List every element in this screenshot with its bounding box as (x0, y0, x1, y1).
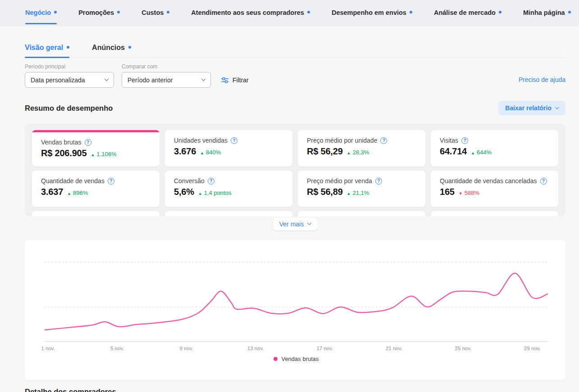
legend-dot-icon (274, 357, 278, 361)
nav-item-label: Atendimento aos seus compradores (191, 9, 304, 16)
tab[interactable]: Anúncios (92, 44, 131, 57)
metric-delta-value: 21,1% (353, 189, 369, 196)
metric-value: R$ 56,89 (307, 187, 343, 197)
metric-delta: ▼ 588% (459, 189, 479, 196)
metric-value: R$ 206.905 (41, 148, 87, 158)
ver-mais-label: Ver mais (279, 221, 304, 228)
metric-card-partial[interactable] (32, 211, 160, 216)
summary-header: Resumo de desempenho Baixar relatório (25, 101, 565, 115)
metric-card[interactable]: Preço médio por unidade ? R$ 56,29 ▲ 28,… (298, 130, 425, 167)
chevron-down-icon (555, 105, 560, 109)
help-circle-icon[interactable]: ? (108, 178, 114, 185)
period-field-label: Período principal (25, 63, 114, 70)
notification-dot (499, 11, 501, 14)
download-report-button[interactable]: Baixar relatório (498, 101, 565, 115)
nav-item[interactable]: Promoções (78, 0, 120, 25)
metric-label: Preço médio por unidade (307, 137, 377, 144)
chevron-down-icon (307, 221, 312, 225)
help-circle-icon[interactable]: ? (380, 137, 387, 144)
metric-label-row: Quantidade de vendas ? (41, 177, 150, 185)
notification-dot (568, 11, 571, 14)
notification-dot (128, 46, 131, 49)
metric-card[interactable]: Unidades vendidas ? 3.676 ▲ 840% (165, 130, 292, 167)
x-axis-tick-label: 1 nov. (41, 346, 55, 351)
metric-card[interactable]: Quantidade de vendas ? 3.637 ▲ 896% (32, 171, 160, 207)
nav-item[interactable]: Desempenho em envios (332, 0, 412, 25)
help-circle-icon[interactable]: ? (208, 178, 214, 185)
metric-delta: ▲ 1.106% (91, 151, 116, 158)
metric-value: 64.714 (440, 146, 467, 157)
x-axis-tick-label: 9 nov. (180, 346, 193, 351)
metric-label: Quantidade de vendas (41, 177, 105, 185)
trend-up-icon: ▲ (471, 151, 475, 155)
nav-item[interactable]: Custos (141, 0, 169, 25)
seller-dashboard: { "colors": { "blue": "#3483fa", "accent… (0, 0, 579, 392)
tab[interactable]: Visão geral (25, 44, 69, 57)
chart-plot-area[interactable] (45, 254, 548, 342)
filter-button[interactable]: Filtrar (221, 72, 249, 88)
metric-label: Vendas brutas (41, 139, 82, 146)
metric-value: R$ 56,29 (307, 146, 343, 157)
trend-up-icon: ▲ (347, 191, 351, 196)
notification-dot (167, 11, 169, 14)
nav-item[interactable]: Atendimento aos seus compradores (191, 0, 310, 25)
metric-delta: ▲ 28,3% (347, 149, 369, 156)
x-axis-tick-label: 5 nov. (110, 346, 124, 351)
metric-card[interactable]: Vendas brutas ? R$ 206.905 ▲ 1.106% (32, 130, 160, 167)
nav-item-label: Análise de mercado (434, 9, 496, 16)
metric-card[interactable]: Conversão ? 5,6% ▲ 1,4 pontos (165, 171, 292, 207)
tabs-row: Visão geral Anúncios (25, 44, 565, 58)
help-circle-icon[interactable]: ? (461, 137, 468, 144)
metric-label-row: Unidades vendidas ? (174, 137, 283, 144)
metric-value-row: 5,6% ▲ 1,4 pontos (174, 187, 283, 197)
filter-sliders-icon (221, 76, 229, 84)
metric-label: Unidades vendidas (174, 137, 228, 144)
buyers-detail-title: Detalhe dos compradores (25, 387, 565, 392)
metric-value: 5,6% (174, 187, 194, 197)
nav-item[interactable]: Minha página (523, 0, 571, 25)
x-axis-tick-label: 25 nov. (455, 346, 471, 351)
ver-mais-button[interactable]: Ver mais (273, 218, 318, 230)
metric-label: Conversão (174, 177, 205, 185)
metric-card[interactable]: Quantidade de vendas cancеladas ? 165 ▼ … (431, 171, 558, 207)
chevron-down-icon (105, 77, 109, 81)
vendas-brutas-series-line (45, 273, 548, 330)
compare-select[interactable]: Período anterior (122, 72, 211, 88)
chart-legend[interactable]: Vendas brutas (45, 356, 548, 362)
metric-value-row: R$ 206.905 ▲ 1.106% (41, 148, 150, 158)
filters-row: Período principal Data personalizada Com… (25, 63, 565, 88)
help-circle-icon[interactable]: ? (231, 137, 237, 144)
metric-card[interactable]: Visitas ? 64.714 ▲ 644% (431, 130, 558, 167)
period-select[interactable]: Data personalizada (25, 72, 114, 88)
metric-label: Visitas (440, 137, 458, 144)
notification-dot (307, 11, 310, 14)
notification-dot (117, 11, 120, 14)
compare-field: Comparar com Período anterior (122, 63, 211, 88)
metric-card-partial[interactable] (165, 211, 292, 216)
metric-card[interactable]: Preço médio por venda ? R$ 56,89 ▲ 21,1% (298, 171, 425, 207)
trend-up-icon: ▲ (347, 151, 351, 155)
metric-value-row: R$ 56,89 ▲ 21,1% (307, 187, 416, 197)
help-circle-icon[interactable]: ? (375, 178, 382, 185)
chevron-down-icon (201, 77, 206, 81)
nav-item[interactable]: Negócio (25, 0, 57, 25)
metric-delta-value: 1.106% (96, 151, 116, 158)
help-circle-icon[interactable]: ? (540, 178, 547, 185)
main-content: Visão geral Anúncios Período principal D… (0, 44, 579, 392)
metric-delta: ▲ 644% (471, 149, 492, 156)
help-circle-icon[interactable]: ? (85, 139, 91, 146)
metric-delta: ▲ 896% (67, 189, 88, 196)
metric-value-row: 3.637 ▲ 896% (41, 187, 150, 197)
metric-value-row: 64.714 ▲ 644% (440, 146, 549, 157)
metric-value: 3.637 (41, 187, 63, 197)
metric-delta-value: 644% (477, 149, 492, 156)
metric-cards-panel: Vendas brutas ? R$ 206.905 ▲ 1.106% Unid… (25, 124, 565, 216)
help-link[interactable]: Preciso de ajuda (519, 72, 565, 88)
tab-label: Anúncios (92, 44, 125, 52)
nav-item-label: Desempenho em envios (332, 9, 406, 16)
metric-card-partial[interactable] (298, 211, 425, 216)
tab-label: Visão geral (25, 44, 63, 52)
metric-card-partial[interactable] (431, 211, 558, 216)
filter-button-label: Filtrar (233, 77, 249, 84)
nav-item[interactable]: Análise de mercado (434, 0, 501, 25)
